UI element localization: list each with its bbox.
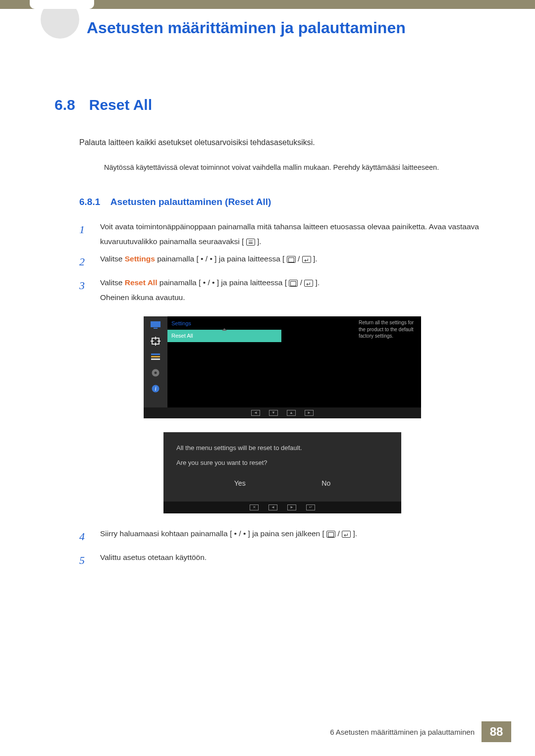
content-area: 6.8 Reset All Palauta laitteen kaikki as… [54,97,485,574]
footer-chapter-text: 6 Asetusten määrittäminen ja palauttamin… [330,728,475,736]
nav-left-icon: ◄ [251,410,260,416]
enter-icon [302,256,311,263]
step-text: Siirry haluamaasi kohtaan painamalla [ •… [100,526,485,547]
dialog-actions: Yes No [176,467,388,498]
dialog-yes-button: Yes [234,478,246,489]
page-footer: 6 Asetusten määrittäminen ja palauttamin… [0,721,535,742]
subsection-number: 6.8.1 [79,197,100,207]
step-text: Voit avata toimintonäppäinoppaan painama… [100,219,485,249]
dialog-nav-row: ✕ ◄ ► ↵ [163,502,401,513]
osd-selected-item: Reset All [167,330,281,342]
step-text: Valitse Reset All painamalla [ • / • ] j… [100,275,485,304]
monitor-icon [150,320,161,330]
step-text: Valittu asetus otetaan käyttöön. [100,550,485,571]
svg-rect-3 [151,353,160,355]
svg-rect-4 [151,356,160,357]
gear-icon [150,368,161,378]
nav-enter-icon: ↵ [306,504,315,510]
svg-rect-0 [151,321,160,327]
enter-icon [342,531,351,538]
step-after-text: Oheinen ikkuna avautuu. [100,290,485,304]
dialog-no-button: No [321,478,330,489]
svg-text:i: i [155,386,156,392]
source-icon [289,280,298,287]
osd-description: Return all the settings for the product … [359,319,418,340]
osd-sidebar: i [144,316,167,407]
dialog-body: All the menu settings will be reset to d… [163,432,401,502]
dialog-line2: Are you sure you want to reset? [176,458,388,468]
dialog-screenshot: All the menu settings will be reset to d… [163,432,401,513]
info-icon: i [150,384,161,394]
subsection-heading: 6.8.1 Asetusten palauttaminen (Reset All… [79,197,485,207]
section-heading: 6.8 Reset All [54,97,485,113]
source-icon [326,531,335,538]
step-5: 5 Valittu asetus otetaan käyttöön. [79,550,485,571]
keyword-settings: Settings [125,254,155,263]
svg-rect-5 [151,358,160,360]
menu-bars-icon [150,352,161,362]
dialog-line1: All the menu settings will be reset to d… [176,443,388,453]
enter-icon [304,280,313,287]
note-paragraph: Näytössä käytettävissä olevat toiminnot … [104,162,481,173]
svg-rect-1 [154,328,158,329]
step-number: 1 [79,219,89,249]
nav-down-icon: ▼ [269,410,278,416]
nav-left-icon: ◄ [268,504,277,510]
svg-point-7 [155,372,157,374]
subsection-title: Asetusten palauttaminen (Reset All) [110,197,271,207]
step-3: 3 Valitse Reset All painamalla [ • / • ]… [79,275,485,304]
step-number: 4 [79,526,89,547]
step-4: 4 Siirry haluamaasi kohtaan painamalla [… [79,526,485,547]
step-number: 2 [79,252,89,272]
section-number: 6.8 [54,97,75,113]
section-title: Reset All [89,97,152,113]
osd-main-panel: Settings Reset All Return all the settin… [167,316,421,407]
keyword-resetall: Reset All [125,278,158,287]
page-number-badge: 88 [482,721,511,742]
caret-up-icon [222,328,227,331]
osd-nav-row: ◄ ▼ ▲ ► [144,407,421,418]
resize-icon [150,336,161,346]
step-1: 1 Voit avata toimintonäppäinoppaan paina… [79,219,485,249]
step-number: 5 [79,550,89,571]
intro-paragraph: Palauta laitteen kaikki asetukset oletus… [79,138,485,147]
osd-screenshot: i Settings Reset All Return all the sett… [144,316,421,418]
step-number: 3 [79,275,89,304]
nav-up-icon: ▲ [287,410,296,416]
chapter-title: Asetusten määrittäminen ja palauttaminen [87,19,490,37]
step-2: 2 Valitse Settings painamalla [ • / • ] … [79,252,485,272]
step-text: Valitse Settings painamalla [ • / • ] ja… [100,252,485,272]
nav-close-icon: ✕ [250,504,259,510]
tab-notch [30,0,94,9]
menu-icon [246,239,255,246]
steps-list: 1 Voit avata toimintonäppäinoppaan paina… [79,219,485,570]
nav-right-icon: ► [287,504,296,510]
source-icon [287,256,296,263]
nav-right-icon: ► [305,410,314,416]
